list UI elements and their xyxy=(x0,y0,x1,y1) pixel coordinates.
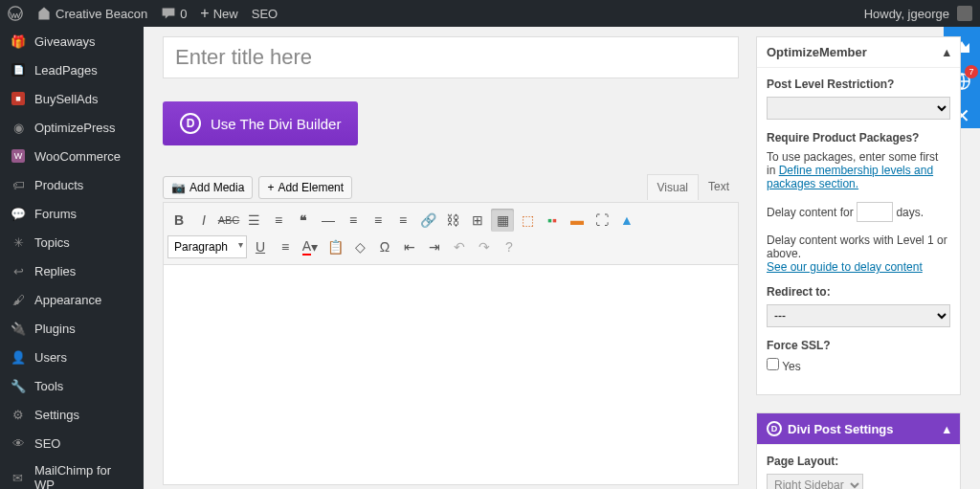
divi-logo-icon: D xyxy=(767,421,782,436)
special-char-button[interactable]: Ω xyxy=(373,235,396,258)
avatar[interactable] xyxy=(957,6,972,21)
wrench-icon: 🔧 xyxy=(10,377,27,394)
howdy[interactable]: Howdy, jgeorge xyxy=(864,7,949,21)
tag-icon: 🏷 xyxy=(10,176,27,193)
sidebar-column: OptimizeMember▴ Post Level Restriction? … xyxy=(756,36,961,479)
toolbar-toggle-button[interactable]: ▦ xyxy=(491,209,514,232)
format-select[interactable]: Paragraph xyxy=(167,235,247,258)
optimizemember-header[interactable]: OptimizeMember▴ xyxy=(757,37,960,68)
new-content[interactable]: +New xyxy=(200,5,237,22)
woo-icon: W xyxy=(10,147,27,165)
divi-logo-icon: D xyxy=(180,113,201,134)
force-ssl-checkbox[interactable]: Yes xyxy=(767,360,801,373)
reply-icon: ↩ xyxy=(10,262,27,279)
sidebar-item-plugins[interactable]: 🔌Plugins xyxy=(0,314,144,343)
camera-icon: 📷 xyxy=(171,181,186,194)
add-media-button[interactable]: 📷Add Media xyxy=(163,176,253,199)
sidebar-item-tools[interactable]: 🔧Tools xyxy=(0,371,144,400)
delay-guide-link[interactable]: See our guide to delay content xyxy=(767,260,923,274)
divi-settings-header[interactable]: DDivi Post Settings ▴ xyxy=(757,413,960,445)
underline-button[interactable]: U xyxy=(249,235,272,258)
seo-menu[interactable]: SEO xyxy=(252,7,278,21)
fullscreen-button[interactable]: ⛶ xyxy=(590,209,613,232)
gear-icon: ⚙ xyxy=(10,406,27,423)
comments[interactable]: 0 xyxy=(161,6,187,21)
sidebar-item-appearance[interactable]: 🖌Appearance xyxy=(0,285,144,314)
chat-icon: 💬 xyxy=(10,205,27,222)
sidebar-item-settings[interactable]: ⚙Settings xyxy=(0,400,144,429)
content-editor[interactable] xyxy=(163,265,739,485)
plus-icon: + xyxy=(267,181,274,194)
sidebar-item-giveaways[interactable]: 🎁Giveaways xyxy=(0,27,144,56)
shortcode-icon[interactable]: ⬚ xyxy=(516,209,539,232)
plug-icon: 🔌 xyxy=(10,320,27,337)
bsa-icon: ■ xyxy=(10,90,27,107)
text-color-button[interactable]: A ▾ xyxy=(299,235,322,258)
redirect-select[interactable]: --- xyxy=(767,304,950,327)
sidebar-item-leadpages[interactable]: 📄LeadPages xyxy=(0,56,144,84)
editor-toolbar: B I ABC ☰ ≡ ❝ — ≡ ≡ ≡ 🔗 ⛓ ⊞ ▦ ⬚ ▪▪ ▬ xyxy=(163,202,739,265)
paste-button[interactable]: 📋 xyxy=(323,235,346,258)
require-packages-label: Require Product Packages? xyxy=(767,131,950,144)
sidebar-item-optimizepress[interactable]: ◉OptimizePress xyxy=(0,113,144,142)
add-element-button[interactable]: +Add Element xyxy=(258,176,352,199)
divi-builder-button[interactable]: D Use The Divi Builder xyxy=(163,101,358,145)
sidebar-item-products[interactable]: 🏷Products xyxy=(0,170,144,199)
tab-text[interactable]: Text xyxy=(699,174,739,200)
redirect-label: Redirect to: xyxy=(767,285,950,299)
help-button[interactable]: ? xyxy=(498,235,521,258)
align-left-button[interactable]: ≡ xyxy=(342,209,365,232)
page-layout-select[interactable]: Right Sidebar xyxy=(767,474,863,489)
post-level-label: Post Level Restriction? xyxy=(767,78,950,91)
sidebar-item-replies[interactable]: ↩Replies xyxy=(0,256,144,285)
link-button[interactable]: 🔗 xyxy=(416,209,439,232)
gift-icon: 🎁 xyxy=(10,33,27,50)
sidebar-item-forums[interactable]: 💬Forums xyxy=(0,199,144,228)
delay-days-input[interactable] xyxy=(857,202,893,222)
wp-logo[interactable] xyxy=(8,6,23,21)
align-right-button[interactable]: ≡ xyxy=(391,209,414,232)
bullet-list-button[interactable]: ☰ xyxy=(242,209,265,232)
post-level-select[interactable] xyxy=(767,97,950,120)
post-title-input[interactable] xyxy=(163,36,739,78)
lead-icon: 📄 xyxy=(10,61,27,78)
hr-button[interactable]: — xyxy=(317,209,340,232)
divi-settings-box: DDivi Post Settings ▴ Page Layout: Right… xyxy=(756,412,961,489)
indent-button[interactable]: ⇥ xyxy=(423,235,446,258)
more-button[interactable]: ⊞ xyxy=(466,209,489,232)
sidebar-item-users[interactable]: 👤Users xyxy=(0,343,144,371)
sidebar-item-buysellads[interactable]: ■BuySellAds xyxy=(0,84,144,113)
clear-format-button[interactable]: ◇ xyxy=(348,235,371,258)
seo-icon: 👁 xyxy=(10,434,27,452)
blockquote-button[interactable]: ❝ xyxy=(292,209,315,232)
mc-icon: ✉ xyxy=(10,469,27,486)
italic-button[interactable]: I xyxy=(192,209,215,232)
force-ssl-label: Force SSL? xyxy=(767,339,950,352)
admin-bar: Creative Beacon 0 +New SEO Howdy, jgeorg… xyxy=(0,0,980,27)
undo-button[interactable]: ↶ xyxy=(448,235,471,258)
user-icon: 👤 xyxy=(10,348,27,366)
strike-button[interactable]: ABC xyxy=(217,209,240,232)
admin-sidebar: 🎁Giveaways📄LeadPages■BuySellAds◉Optimize… xyxy=(0,27,144,489)
brush-icon: 🖌 xyxy=(10,291,27,308)
redo-button[interactable]: ↷ xyxy=(473,235,496,258)
columns-icon[interactable]: ▬ xyxy=(566,209,589,232)
unlink-button[interactable]: ⛓ xyxy=(441,209,464,232)
site-name[interactable]: Creative Beacon xyxy=(36,6,147,21)
number-list-button[interactable]: ≡ xyxy=(267,209,290,232)
packages-link[interactable]: Define membership levels and packages se… xyxy=(767,164,933,190)
chevron-up-icon: ▴ xyxy=(944,422,950,436)
extra-icon[interactable]: ▲ xyxy=(615,209,638,232)
sidebar-item-woocommerce[interactable]: WWooCommerce xyxy=(0,142,144,170)
justify-button[interactable]: ≡ xyxy=(274,235,297,258)
sidebar-item-topics[interactable]: ✳Topics xyxy=(0,228,144,256)
outdent-button[interactable]: ⇤ xyxy=(398,235,421,258)
sidebar-item-seo[interactable]: 👁SEO xyxy=(0,429,144,457)
chevron-up-icon: ▴ xyxy=(944,45,950,59)
sidebar-item-mailchimp-for-wp[interactable]: ✉MailChimp for WP xyxy=(0,457,144,489)
page-layout-label: Page Layout: xyxy=(767,455,950,468)
bold-button[interactable]: B xyxy=(167,209,190,232)
align-center-button[interactable]: ≡ xyxy=(367,209,390,232)
tab-visual[interactable]: Visual xyxy=(647,174,699,200)
grid-icon[interactable]: ▪▪ xyxy=(541,209,564,232)
